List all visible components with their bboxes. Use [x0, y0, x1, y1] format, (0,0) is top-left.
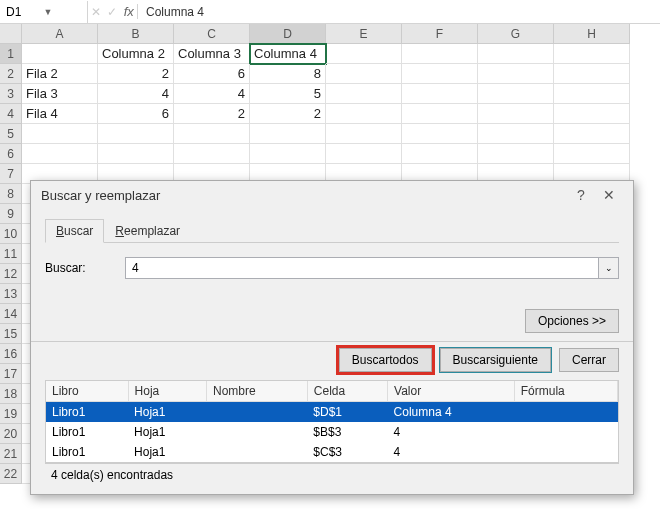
row-header[interactable]: 22 [0, 464, 22, 484]
column-header[interactable]: F [402, 24, 478, 44]
row-header[interactable]: 2 [0, 64, 22, 84]
cell[interactable] [22, 124, 98, 144]
row-header[interactable]: 4 [0, 104, 22, 124]
cell[interactable]: 2 [174, 104, 250, 124]
results-column-header[interactable]: Libro [46, 381, 128, 402]
cell[interactable]: Columna 3 [174, 44, 250, 64]
cell[interactable]: Fila 4 [22, 104, 98, 124]
cell[interactable]: 6 [98, 104, 174, 124]
row-header[interactable]: 21 [0, 444, 22, 464]
results-row[interactable]: Libro1Hoja1$B$34 [46, 422, 618, 442]
cell[interactable] [402, 124, 478, 144]
cell[interactable] [22, 44, 98, 64]
cell[interactable] [402, 104, 478, 124]
cell[interactable] [478, 124, 554, 144]
cell[interactable] [402, 144, 478, 164]
results-column-header[interactable]: Fórmula [514, 381, 617, 402]
search-history-dropdown[interactable]: ⌄ [599, 257, 619, 279]
cell[interactable] [326, 44, 402, 64]
column-header[interactable]: B [98, 24, 174, 44]
cell[interactable]: 4 [174, 84, 250, 104]
row-header[interactable]: 7 [0, 164, 22, 184]
cell[interactable]: 6 [174, 64, 250, 84]
row-header[interactable]: 6 [0, 144, 22, 164]
dialog-help-button[interactable]: ? [567, 187, 595, 203]
tab-replace[interactable]: Reemplazar [104, 219, 191, 242]
cell[interactable] [402, 64, 478, 84]
formula-bar[interactable]: Columna 4 [138, 5, 660, 19]
results-table[interactable]: LibroHojaNombreCeldaValorFórmula Libro1H… [46, 381, 618, 462]
select-all-corner[interactable] [0, 24, 22, 44]
close-button[interactable]: Cerrar [559, 348, 619, 372]
cell[interactable] [326, 64, 402, 84]
cell[interactable] [326, 84, 402, 104]
cell[interactable]: Fila 3 [22, 84, 98, 104]
row-header[interactable]: 17 [0, 364, 22, 384]
column-header[interactable]: D [250, 24, 326, 44]
cell[interactable] [554, 124, 630, 144]
row-header[interactable]: 9 [0, 204, 22, 224]
row-header[interactable]: 19 [0, 404, 22, 424]
cell[interactable] [250, 124, 326, 144]
search-input[interactable] [125, 257, 599, 279]
cell[interactable] [402, 84, 478, 104]
dialog-titlebar[interactable]: Buscar y reemplazar ? ✕ [31, 181, 633, 209]
cell[interactable]: Columna 2 [98, 44, 174, 64]
cell[interactable] [478, 44, 554, 64]
cell[interactable]: 5 [250, 84, 326, 104]
cell[interactable] [250, 144, 326, 164]
cell[interactable] [554, 64, 630, 84]
results-row[interactable]: Libro1Hoja1$C$34 [46, 442, 618, 462]
row-header[interactable]: 14 [0, 304, 22, 324]
cell[interactable] [326, 144, 402, 164]
cell[interactable] [478, 104, 554, 124]
find-all-button[interactable]: Buscar todos [339, 348, 432, 372]
row-header[interactable]: 20 [0, 424, 22, 444]
cell[interactable] [478, 144, 554, 164]
cell[interactable] [326, 124, 402, 144]
row-header[interactable]: 11 [0, 244, 22, 264]
cell[interactable]: 2 [250, 104, 326, 124]
row-header[interactable]: 8 [0, 184, 22, 204]
cell[interactable] [554, 84, 630, 104]
results-row[interactable]: Libro1Hoja1$D$1Columna 4 [46, 402, 618, 423]
find-next-button[interactable]: Buscar siguiente [440, 348, 551, 372]
row-header[interactable]: 10 [0, 224, 22, 244]
cell[interactable] [402, 44, 478, 64]
column-header[interactable]: H [554, 24, 630, 44]
cell[interactable]: 4 [98, 84, 174, 104]
cell[interactable] [98, 144, 174, 164]
fx-icon[interactable]: fx [124, 4, 134, 19]
row-header[interactable]: 16 [0, 344, 22, 364]
cell[interactable]: Fila 2 [22, 64, 98, 84]
row-header[interactable]: 15 [0, 324, 22, 344]
row-header[interactable]: 18 [0, 384, 22, 404]
row-header[interactable]: 13 [0, 284, 22, 304]
results-column-header[interactable]: Nombre [207, 381, 308, 402]
cell[interactable] [554, 44, 630, 64]
cell[interactable] [22, 144, 98, 164]
cell[interactable] [326, 104, 402, 124]
cell[interactable] [478, 84, 554, 104]
column-header[interactable]: C [174, 24, 250, 44]
results-column-header[interactable]: Valor [388, 381, 515, 402]
name-box-dropdown-icon[interactable]: ▼ [44, 7, 82, 17]
cell[interactable]: 8 [250, 64, 326, 84]
cell[interactable] [554, 144, 630, 164]
cell[interactable] [98, 124, 174, 144]
dialog-close-button[interactable]: ✕ [595, 187, 623, 203]
cell[interactable]: Columna 4 [250, 44, 326, 64]
column-header[interactable]: G [478, 24, 554, 44]
column-header[interactable]: A [22, 24, 98, 44]
cell[interactable] [478, 64, 554, 84]
cell[interactable] [174, 144, 250, 164]
row-header[interactable]: 12 [0, 264, 22, 284]
cell[interactable] [554, 104, 630, 124]
name-box[interactable]: D1 ▼ [0, 1, 88, 23]
results-column-header[interactable]: Hoja [128, 381, 206, 402]
cell[interactable] [174, 124, 250, 144]
row-header[interactable]: 5 [0, 124, 22, 144]
row-header[interactable]: 1 [0, 44, 22, 64]
results-column-header[interactable]: Celda [307, 381, 387, 402]
cell[interactable]: 2 [98, 64, 174, 84]
